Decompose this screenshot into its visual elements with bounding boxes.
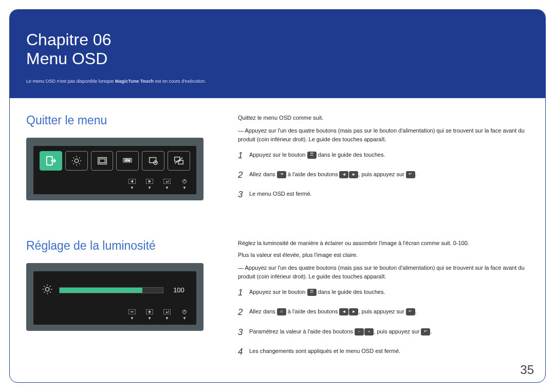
chapter-note: Le menu OSD n'est pas disponible lorsque… <box>26 79 529 84</box>
step-number: 3 <box>238 188 249 201</box>
step-number: 1 <box>238 286 249 300</box>
exit-mini-icon: ⇥ <box>277 171 286 178</box>
svg-point-18 <box>45 287 49 291</box>
page-content: Quitter le menu HDMI ▼ ▼ <box>10 98 545 365</box>
enter-icon: ↵ <box>421 328 430 335</box>
osd-inner: 100 ▼ ▼ ▼ ▼ <box>33 271 196 325</box>
pc-av-icon <box>168 151 190 171</box>
brightness-bar-row: 100 <box>38 276 192 306</box>
left-right-icon: ◄► <box>339 171 358 178</box>
section2-left: Réglage de la luminosité 100 ▼ ▼ ▼ ▼ <box>26 239 221 365</box>
left-right-icon: ◄► <box>339 308 358 315</box>
brightness-mini-icon: ☼ <box>277 308 286 315</box>
brightness-value: 100 <box>170 286 188 294</box>
nav-enter-icon: ▼ <box>163 309 171 321</box>
svg-text:HDMI: HDMI <box>125 159 131 162</box>
nav-plus-icon: ▼ <box>146 309 153 321</box>
nav-power-icon: ▼ <box>181 309 188 321</box>
menu-icon: ☰ <box>307 289 317 296</box>
osd-panel-brightness: 100 ▼ ▼ ▼ ▼ <box>26 263 203 331</box>
nav-power-icon: ▼ <box>181 179 188 190</box>
chapter-header: Chapitre 06 Menu OSD Le menu OSD n'est p… <box>10 10 545 98</box>
nav-right-icon: ▼ <box>146 179 153 190</box>
step-number: 2 <box>238 169 249 182</box>
step-text: Appuyez sur le bouton ☰ dans le guide de… <box>249 286 529 296</box>
s2-steps: 1 Appuyez sur le bouton ☰ dans le guide … <box>238 286 529 359</box>
section-quit-menu: Quitter le menu HDMI ▼ ▼ <box>26 114 529 208</box>
step-number: 3 <box>238 326 249 339</box>
step-number: 2 <box>238 306 249 319</box>
brightness-icon <box>65 151 88 171</box>
svg-marker-14 <box>149 180 151 183</box>
page-number: 35 <box>520 363 534 377</box>
step-text: Appuyez sur le bouton ☰ dans le guide de… <box>249 149 529 159</box>
osd-nav-icons: ▼ ▼ ▼ ▼ <box>38 176 192 191</box>
brightness-bar-fill <box>60 288 142 293</box>
nav-left-icon: ▼ <box>128 179 136 190</box>
timer-icon <box>142 151 164 171</box>
section1-text: Quittez le menu OSD comme suit. Appuyez … <box>221 114 529 208</box>
osd-panel-quit: HDMI ▼ ▼ ▼ ▼ <box>26 138 203 200</box>
list-item: 2 Allez dans ⇥ à l'aide des boutons ◄►, … <box>238 169 529 182</box>
s2-dash: Appuyez sur l'un des quatre boutons (mai… <box>238 264 529 281</box>
svg-rect-15 <box>163 179 171 184</box>
list-item: 1 Appuyez sur le bouton ☰ dans le guide … <box>238 286 529 300</box>
s2-intro: Réglez la luminosité de manière à éclair… <box>238 239 529 248</box>
list-item: 2 Allez dans ☼ à l'aide des boutons ◄►, … <box>238 306 529 319</box>
list-item: 3 Paramétrez la valeur à l'aide des bout… <box>238 326 529 339</box>
svg-marker-12 <box>131 180 133 183</box>
section2-text: Réglez la luminosité de manière à éclair… <box>221 239 529 365</box>
s2-intro2: Plus la valeur est élevée, plus l'image … <box>238 251 529 259</box>
step-text: Allez dans ⇥ à l'aide des boutons ◄►, pu… <box>249 169 529 179</box>
step-text: Paramétrez la valeur à l'aide des bouton… <box>249 326 529 336</box>
chapter-title: Chapitre 06 Menu OSD <box>26 30 529 68</box>
s1-steps: 1 Appuyez sur le bouton ☰ dans le guide … <box>238 149 529 202</box>
step-text: Les changements sont appliqués et le men… <box>249 345 529 356</box>
chapter-label: Chapitre 06 <box>26 30 111 49</box>
picture-size-icon <box>91 151 114 171</box>
exit-icon <box>40 151 62 171</box>
s1-intro: Quittez le menu OSD comme suit. <box>238 114 529 122</box>
enter-icon: ↵ <box>406 171 415 178</box>
list-item: 3 Le menu OSD est fermé. <box>238 188 529 201</box>
step-text: Le menu OSD est fermé. <box>249 188 529 198</box>
osd-menu-icons: HDMI <box>38 151 192 176</box>
enter-icon: ↵ <box>406 308 415 315</box>
chapter-name: Menu OSD <box>26 49 107 68</box>
minus-plus-icon: −+ <box>355 328 374 335</box>
list-item: 4 Les changements sont appliqués et le m… <box>238 345 529 359</box>
section2-title: Réglage de la luminosité <box>26 239 221 253</box>
step-text: Allez dans ☼ à l'aide des boutons ◄►, pu… <box>249 306 529 316</box>
step-number: 4 <box>238 345 249 359</box>
list-item: 1 Appuyez sur le bouton ☰ dans le guide … <box>238 149 529 162</box>
osd-nav-icons: ▼ ▼ ▼ ▼ <box>38 306 192 322</box>
svg-rect-24 <box>163 309 171 314</box>
nav-enter-icon: ▼ <box>163 179 171 190</box>
menu-icon: ☰ <box>307 152 317 159</box>
svg-rect-6 <box>150 157 156 162</box>
svg-rect-9 <box>178 160 183 164</box>
page-frame: Chapitre 06 Menu OSD Le menu OSD n'est p… <box>9 9 546 383</box>
hdmi-icon: HDMI <box>116 151 139 171</box>
osd-inner: HDMI ▼ ▼ ▼ ▼ <box>33 146 196 194</box>
s1-dash: Appuyez sur l'un des quatre boutons (mai… <box>238 126 529 144</box>
section-brightness: Réglage de la luminosité 100 ▼ ▼ ▼ ▼ <box>26 239 529 365</box>
step-number: 1 <box>238 149 249 162</box>
svg-point-1 <box>75 159 78 162</box>
nav-minus-icon: ▼ <box>128 309 136 321</box>
section1-title: Quitter le menu <box>26 114 221 127</box>
brightness-icon <box>42 284 53 297</box>
section1-left: Quitter le menu HDMI ▼ ▼ <box>26 114 221 208</box>
brightness-bar <box>59 287 163 293</box>
svg-rect-3 <box>99 159 105 162</box>
